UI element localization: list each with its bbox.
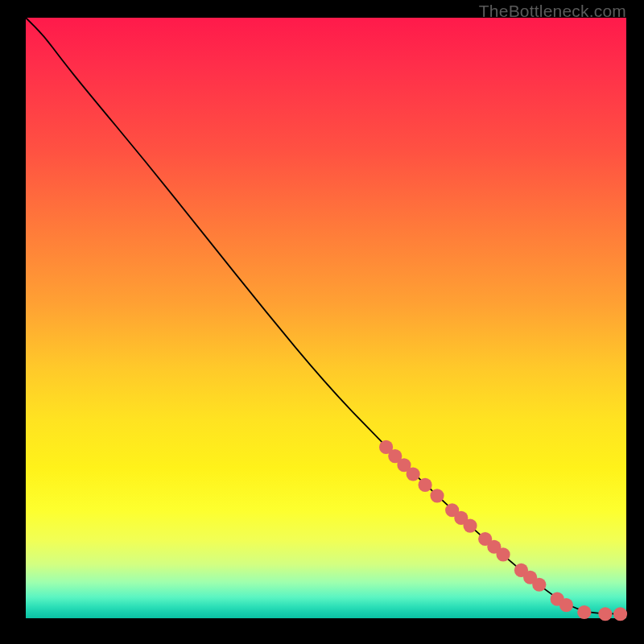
- chart-svg: [26, 18, 626, 618]
- series-curve: [26, 18, 626, 614]
- marker-point: [532, 578, 546, 592]
- marker-point: [577, 605, 591, 619]
- chart-frame: TheBottleneck.com: [0, 0, 644, 644]
- marker-point: [419, 478, 432, 492]
- marker-point: [430, 489, 444, 502]
- marker-point: [496, 547, 510, 561]
- marker-point: [407, 467, 420, 481]
- plot-area: [26, 18, 626, 618]
- series-markers: [379, 440, 627, 621]
- marker-point: [613, 607, 627, 621]
- marker-point: [598, 607, 612, 621]
- marker-point: [559, 598, 573, 612]
- marker-point: [463, 519, 477, 533]
